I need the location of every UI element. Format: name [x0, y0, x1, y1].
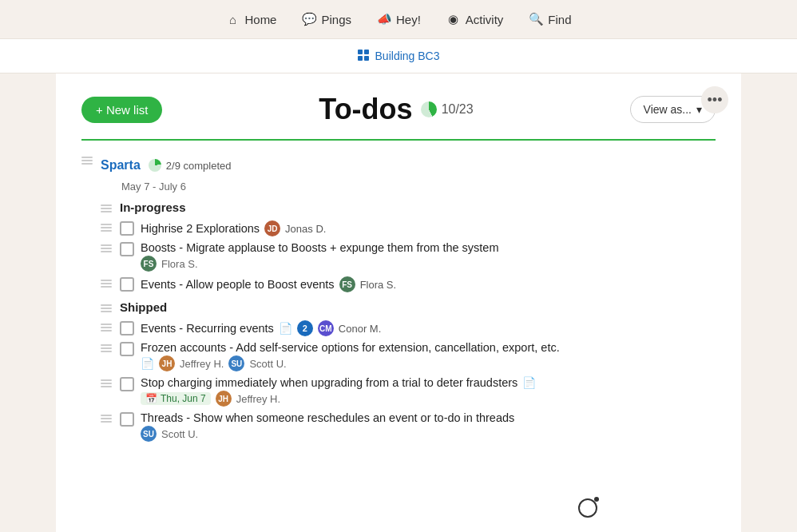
- todo-item: Threads - Show when someone reschedules …: [101, 411, 716, 442]
- hey-icon: 📣: [377, 12, 391, 26]
- main-content: ••• + New list To-dos 10/23 View as... ▾: [56, 73, 741, 532]
- todo-item: Stop charging immediately when upgrading…: [101, 376, 716, 407]
- item-drag-handle[interactable]: [101, 220, 113, 232]
- avatar: JH: [159, 355, 175, 371]
- item-drag-handle[interactable]: [101, 320, 113, 332]
- cursor-indicator: [578, 498, 597, 518]
- doc-icon: 📄: [141, 357, 154, 370]
- sparta-list-row: Sparta 2/9 completed May 7 - July 6 In-p…: [81, 153, 716, 447]
- nav-hey[interactable]: 📣 Hey!: [377, 12, 421, 26]
- drag-handle[interactable]: [81, 153, 94, 165]
- section-drag-handle[interactable]: [101, 303, 113, 312]
- progress-circle-icon: [421, 101, 437, 117]
- sparta-date-range: May 7 - July 6: [121, 181, 716, 193]
- breadcrumb-grid-icon: [358, 50, 369, 63]
- todo-item: Events - Recurring events 📄 2 CM Conor M…: [101, 320, 716, 336]
- todo-list-content: Sparta 2/9 completed May 7 - July 6 In-p…: [56, 141, 741, 461]
- avatar: SU: [141, 426, 157, 442]
- doc-icon: 📄: [279, 322, 292, 335]
- item-drag-handle[interactable]: [101, 341, 113, 352]
- todo-text-wrap: Highrise 2 Explorations JD Jonas D.: [141, 220, 716, 236]
- nav-find[interactable]: 🔍 Find: [529, 12, 571, 26]
- todos-title-group: To-dos 10/23: [319, 93, 473, 126]
- date-chip: 📅 Thu, Jun 7: [141, 392, 211, 405]
- avatar: FS: [141, 256, 157, 272]
- todos-header: + New list To-dos 10/23 View as... ▾: [56, 73, 741, 139]
- calendar-icon: 📅: [145, 393, 157, 404]
- sparta-header: Sparta 2/9 completed: [101, 153, 716, 177]
- todos-progress: 10/23: [421, 101, 474, 117]
- options-button[interactable]: •••: [701, 86, 728, 113]
- todo-checkbox[interactable]: [120, 242, 134, 256]
- avatar: JH: [216, 391, 232, 407]
- todo-item: Highrise 2 Explorations JD Jonas D.: [101, 220, 716, 236]
- todo-text-wrap: Threads - Show when someone reschedules …: [141, 411, 716, 442]
- todo-checkbox[interactable]: [120, 221, 134, 236]
- breadcrumb-link[interactable]: Building BC3: [358, 50, 440, 63]
- todo-item: Frozen accounts - Add self-service optio…: [101, 341, 716, 371]
- svg-rect-0: [358, 50, 363, 54]
- item-drag-handle[interactable]: [101, 241, 113, 252]
- todo-text-wrap: Events - Recurring events 📄 2 CM Conor M…: [141, 320, 716, 336]
- item-drag-handle[interactable]: [101, 276, 113, 288]
- section-heading-shipped: Shipped: [101, 300, 716, 314]
- nav-pings[interactable]: 💬 Pings: [302, 12, 351, 26]
- svg-rect-1: [364, 50, 369, 54]
- breadcrumb-bar: Building BC3: [0, 38, 797, 73]
- section-heading-in-progress: In-progress: [101, 200, 716, 214]
- page-title: To-dos: [319, 93, 412, 126]
- todo-text-wrap: Events - Allow people to Boost events FS…: [141, 276, 716, 292]
- new-list-button[interactable]: + New list: [81, 97, 162, 123]
- avatar: CM: [318, 320, 334, 336]
- todo-checkbox[interactable]: [120, 277, 134, 292]
- item-drag-handle[interactable]: [101, 411, 113, 423]
- breadcrumb-label: Building BC3: [375, 50, 440, 62]
- sparta-link[interactable]: Sparta: [101, 158, 141, 173]
- nav-activity[interactable]: ◉ Activity: [446, 12, 504, 26]
- todo-checkbox[interactable]: [120, 342, 134, 356]
- svg-rect-2: [358, 56, 363, 61]
- todo-item: Events - Allow people to Boost events FS…: [101, 276, 716, 292]
- item-drag-handle[interactable]: [101, 376, 113, 387]
- todo-text-wrap: Frozen accounts - Add self-service optio…: [141, 341, 716, 371]
- nav-home[interactable]: ⌂ Home: [225, 12, 276, 26]
- home-icon: ⌂: [225, 12, 240, 26]
- section-drag-handle[interactable]: [101, 203, 113, 212]
- sparta-progress-circle: [149, 159, 161, 172]
- avatar: JD: [264, 220, 280, 236]
- chevron-down-icon: ▾: [696, 103, 702, 116]
- todo-checkbox[interactable]: [120, 377, 134, 391]
- activity-icon: ◉: [446, 12, 461, 26]
- find-icon: 🔍: [529, 12, 543, 26]
- todo-checkbox[interactable]: [120, 412, 134, 427]
- doc-icon: 📄: [522, 376, 536, 389]
- todo-text-wrap: Stop charging immediately when upgrading…: [141, 376, 716, 407]
- sparta-progress: 2/9 completed: [149, 159, 232, 172]
- avatar: FS: [339, 276, 355, 292]
- avatar: SU: [228, 355, 244, 371]
- badge: 2: [297, 320, 313, 336]
- top-navigation: ⌂ Home 💬 Pings 📣 Hey! ◉ Activity 🔍 Find: [0, 0, 797, 38]
- todo-item: Boosts - Migrate applause to Boosts + ex…: [101, 241, 716, 272]
- todo-checkbox[interactable]: [120, 321, 134, 335]
- todo-text-wrap: Boosts - Migrate applause to Boosts + ex…: [141, 241, 716, 272]
- pings-icon: 💬: [302, 12, 316, 26]
- svg-rect-3: [364, 56, 369, 61]
